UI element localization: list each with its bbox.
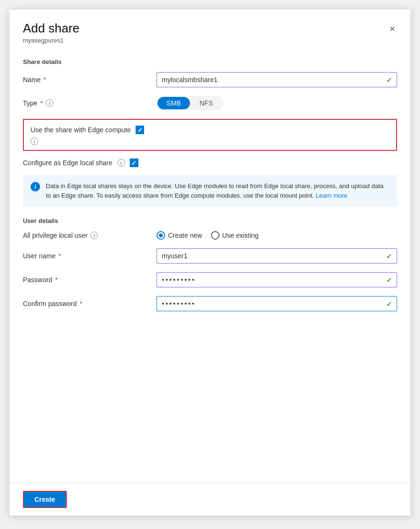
info-banner: i Data in Edge local shares stays on the… xyxy=(23,175,397,207)
type-info-icon[interactable]: i xyxy=(46,99,53,107)
learn-more-link[interactable]: Learn more xyxy=(316,192,347,199)
username-label: User name * xyxy=(23,252,157,260)
type-label: Type * i xyxy=(23,99,157,107)
privilege-info-icon[interactable]: i xyxy=(90,232,98,239)
password-input-wrap: ✓ xyxy=(157,272,397,287)
confirm-password-input-wrap: ✓ xyxy=(157,296,397,311)
privilege-radio-group: Create new Use existing xyxy=(157,231,397,240)
edge-compute-info-row: i xyxy=(31,137,389,145)
toggle-smb[interactable]: SMB xyxy=(158,97,190,109)
dialog-header: Add share myasegpures1 × xyxy=(10,10,410,48)
radio-create-new[interactable]: Create new xyxy=(157,231,202,240)
edge-compute-info-icon[interactable]: i xyxy=(31,138,38,145)
edge-local-checkbox[interactable]: ✓ xyxy=(130,159,138,167)
user-details-section-label: User details xyxy=(23,217,397,224)
confirm-required-star: * xyxy=(80,300,82,307)
edge-compute-box: Use the share with Edge compute ✓ i xyxy=(23,119,397,151)
dialog-title: Add share xyxy=(23,21,80,36)
username-required-star: * xyxy=(58,252,61,260)
edge-compute-checkmark: ✓ xyxy=(137,127,143,134)
password-label: Password * xyxy=(23,276,157,284)
confirm-check-icon: ✓ xyxy=(386,299,392,308)
type-required-star: * xyxy=(40,99,42,107)
share-details-section-label: Share details xyxy=(23,58,397,65)
dialog-title-block: Add share myasegpures1 xyxy=(23,21,80,44)
username-check-icon: ✓ xyxy=(386,252,392,261)
radio-use-existing[interactable]: Use existing xyxy=(211,231,259,240)
name-field-row: Name * ✓ xyxy=(23,72,397,87)
name-label: Name * xyxy=(23,76,157,84)
toggle-nfs[interactable]: NFS xyxy=(190,97,222,109)
create-button[interactable]: Create xyxy=(23,491,67,508)
password-input[interactable] xyxy=(157,272,397,287)
username-field-row: User name * ✓ xyxy=(23,248,397,264)
edge-compute-checkbox[interactable]: ✓ xyxy=(136,126,144,134)
dialog-footer: Create xyxy=(10,483,410,516)
dialog-body: Share details Name * ✓ Type * i SMB NFS xyxy=(10,48,410,483)
radio-create-new-circle[interactable] xyxy=(157,231,165,240)
username-input-wrap: ✓ xyxy=(157,248,397,264)
name-input-wrap: ✓ xyxy=(157,72,397,87)
type-toggle[interactable]: SMB NFS xyxy=(157,96,223,110)
privilege-label: All privilege local user i xyxy=(23,232,157,239)
name-input[interactable] xyxy=(157,72,397,87)
password-required-star: * xyxy=(55,276,57,284)
password-check-icon: ✓ xyxy=(386,275,392,285)
confirm-password-label: Confirm password * xyxy=(23,300,157,307)
radio-use-existing-circle[interactable] xyxy=(211,231,220,240)
name-check-icon: ✓ xyxy=(386,75,392,85)
type-field-row: Type * i SMB NFS xyxy=(23,96,397,110)
info-banner-icon: i xyxy=(31,182,40,191)
username-input[interactable] xyxy=(157,248,397,264)
privilege-field-row: All privilege local user i Create new Us… xyxy=(23,231,397,240)
edge-local-info-icon[interactable]: i xyxy=(117,159,125,167)
dialog-subtitle: myasegpures1 xyxy=(23,37,80,44)
edge-local-checkmark: ✓ xyxy=(131,159,136,167)
confirm-password-input[interactable] xyxy=(157,296,397,311)
add-share-dialog: Add share myasegpures1 × Share details N… xyxy=(10,10,410,516)
close-button[interactable]: × xyxy=(388,22,397,35)
confirm-password-field-row: Confirm password * ✓ xyxy=(23,296,397,311)
password-field-row: Password * ✓ xyxy=(23,272,397,287)
edge-compute-label: Use the share with Edge compute xyxy=(31,126,131,134)
edge-local-row: Configure as Edge local share i ✓ xyxy=(23,159,397,167)
info-banner-text: Data in Edge local shares stays on the d… xyxy=(46,181,389,200)
name-required-star: * xyxy=(43,76,46,84)
edge-compute-row: Use the share with Edge compute ✓ xyxy=(31,126,389,134)
edge-local-label: Configure as Edge local share xyxy=(23,159,113,167)
